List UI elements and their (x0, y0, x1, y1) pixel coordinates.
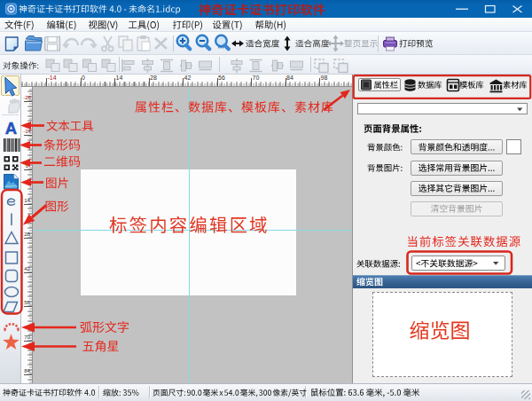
svg-text:A: A (5, 119, 17, 138)
